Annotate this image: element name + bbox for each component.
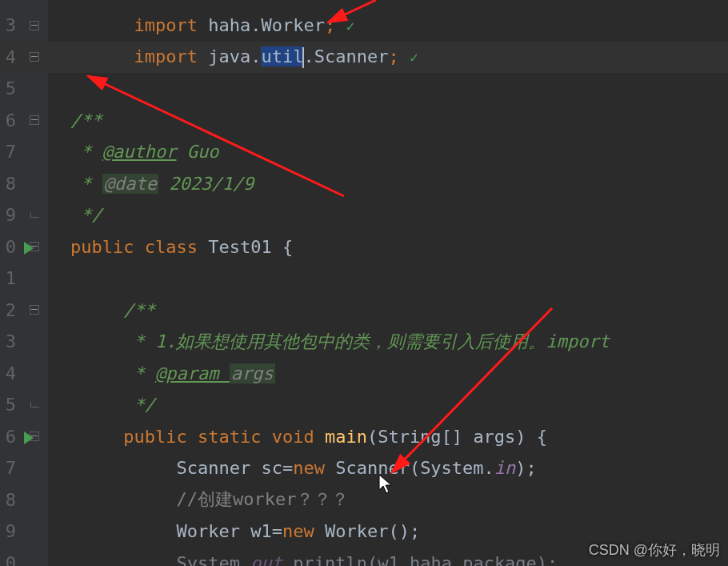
fold-icon[interactable]	[30, 52, 39, 62]
line-number: 8	[0, 174, 21, 194]
code-line[interactable]: 2 /**	[0, 295, 728, 327]
line-number: 3	[0, 15, 21, 35]
code-line[interactable]: 4 * @param args	[0, 358, 728, 390]
line-number: 5	[0, 78, 21, 98]
line-number: 4	[0, 47, 21, 67]
code-editor[interactable]: 3 import haha.Worker; ✓ 4 import java.ut…	[0, 0, 728, 566]
code-line[interactable]: 7 * @author Guo	[0, 136, 728, 168]
fold-icon[interactable]	[30, 305, 39, 315]
fold-icon[interactable]	[30, 21, 39, 30]
watermark: CSDN @你好，晓明	[589, 540, 720, 560]
code-line[interactable]: 8 * @date 2023/1/9	[0, 168, 728, 200]
run-gutter-icon[interactable]	[24, 242, 34, 255]
code-line[interactable]: 3 * 1.如果想使用其他包中的类，则需要引入后使用。import	[0, 326, 728, 358]
run-gutter-icon[interactable]	[24, 432, 34, 444]
line-number: 4	[0, 363, 21, 383]
fold-end-icon	[30, 402, 39, 407]
line-number: 7	[0, 458, 21, 478]
code-line[interactable]: 6 /**	[0, 105, 728, 137]
line-number: 7	[0, 142, 21, 162]
line-number: 0	[0, 237, 21, 257]
line-number: 5	[0, 395, 21, 415]
code-line[interactable]: 5	[0, 73, 728, 105]
fold-icon[interactable]	[30, 115, 39, 125]
code-line[interactable]: 1	[0, 263, 728, 295]
line-number: 2	[0, 300, 21, 320]
code-line[interactable]: 6 public static void main(String[] args)…	[0, 421, 728, 453]
fold-end-icon	[30, 212, 39, 218]
code-line[interactable]: 5 */	[0, 389, 728, 421]
code-line[interactable]: 0 public class Test01 {	[0, 231, 728, 263]
code-line[interactable]: 9 */	[0, 199, 728, 231]
code-line[interactable]: 7 Scanner sc=new Scanner(System.in);	[0, 452, 728, 484]
line-number: 8	[0, 490, 21, 510]
code-line[interactable]: 8 //创建worker？？？	[0, 484, 728, 516]
line-number: 1	[0, 268, 21, 288]
line-number: 6	[0, 427, 21, 447]
line-number: 3	[0, 331, 21, 351]
line-number: 9	[0, 521, 21, 541]
line-number: 0	[0, 553, 21, 566]
line-number: 6	[0, 110, 21, 130]
line-number: 9	[0, 205, 21, 225]
check-icon: ✓	[410, 49, 418, 66]
code-line[interactable]: 4 import java.util.Scanner; ✓	[0, 42, 728, 74]
